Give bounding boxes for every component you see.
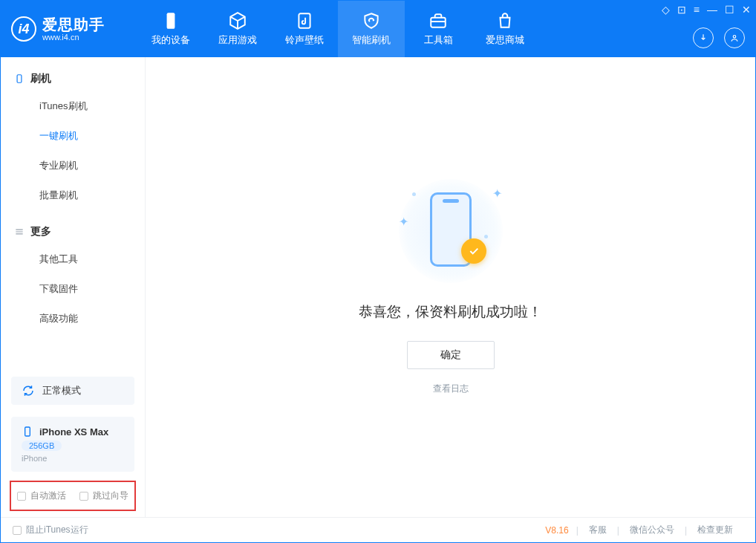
sidebar-item-onekey[interactable]: 一键刷机	[1, 121, 145, 151]
toolbox-icon	[428, 11, 448, 30]
sidebar-item-label: 一键刷机	[39, 130, 78, 141]
ok-button[interactable]: 确定	[407, 341, 495, 369]
success-title: 恭喜您，保资料刷机成功啦！	[359, 302, 542, 322]
sparkle-icon: ✦	[399, 215, 405, 221]
sidebar-item-itunes[interactable]: iTunes刷机	[1, 91, 145, 121]
window-controls: ◇ ⊡ ≡ — ☐ ✕	[662, 4, 751, 16]
checkbox-skip-guide[interactable]: 跳过向导	[79, 490, 128, 502]
sidebar-item-label: 下载固件	[39, 283, 78, 294]
svg-point-3	[733, 36, 736, 39]
sidebar-item-other[interactable]: 其他工具	[1, 244, 145, 274]
app-name: 爱思助手	[42, 16, 105, 33]
maximize-icon[interactable]: ☐	[725, 4, 734, 16]
downloads-button[interactable]	[693, 27, 714, 48]
sidebar-group-title: 刷机	[30, 72, 51, 85]
sidebar-item-firmware[interactable]: 下载固件	[1, 274, 145, 304]
tab-apps[interactable]: 应用游戏	[204, 1, 271, 57]
tab-ringtones[interactable]: 铃声壁纸	[271, 1, 338, 57]
checkbox-block-itunes[interactable]: 阻止iTunes运行	[13, 524, 88, 536]
sync-icon	[22, 384, 35, 397]
tab-store[interactable]: 爱思商城	[472, 1, 538, 57]
app-header: i4 爱思助手 www.i4.cn 我的设备 应用游戏 铃声壁纸 智能刷机 工具…	[1, 1, 755, 57]
user-icon	[729, 33, 740, 43]
svg-rect-4	[17, 75, 22, 83]
options-highlight-box: 自动激活 跳过向导	[10, 481, 136, 511]
tab-flash[interactable]: 智能刷机	[338, 1, 405, 57]
sparkle-icon: ✦	[492, 186, 498, 192]
minimize-icon[interactable]: —	[707, 4, 717, 16]
status-bar: 阻止iTunes运行 V8.16 | 客服 | 微信公众号 | 检查更新	[1, 517, 755, 542]
success-illustration: ✦ ✦	[399, 179, 503, 283]
mode-label: 正常模式	[42, 384, 81, 397]
refresh-shield-icon	[362, 11, 381, 30]
music-file-icon	[295, 11, 314, 30]
app-url: www.i4.cn	[42, 33, 105, 42]
device-type: iPhone	[22, 454, 47, 463]
app-logo: i4 爱思助手 www.i4.cn	[11, 16, 137, 42]
phone-small-icon	[22, 426, 33, 438]
download-icon	[698, 33, 708, 43]
link-label: 微信公众号	[630, 524, 674, 535]
checkbox-label: 跳过向导	[93, 490, 128, 502]
footer-link-support[interactable]: 客服	[579, 524, 617, 536]
sidebar: 刷机 iTunes刷机 一键刷机 专业刷机 批量刷机 更多 其他工具 下载固件 …	[1, 57, 146, 517]
sidebar-item-label: 批量刷机	[39, 189, 78, 201]
sidebar-item-label: 专业刷机	[39, 160, 78, 171]
logo-icon: i4	[11, 16, 36, 42]
view-log-label: 查看日志	[433, 383, 469, 394]
checkbox-auto-activate[interactable]: 自动激活	[17, 490, 66, 502]
svg-rect-1	[299, 13, 310, 28]
list-icon	[14, 227, 25, 237]
tab-label: 铃声壁纸	[285, 33, 324, 47]
tab-label: 我的设备	[151, 33, 190, 47]
close-icon[interactable]: ✕	[742, 4, 751, 16]
main-content: ✦ ✦ 恭喜您，保资料刷机成功啦！ 确定 查看日志	[146, 57, 755, 517]
svg-rect-0	[167, 13, 175, 29]
mode-card[interactable]: 正常模式	[11, 377, 134, 405]
tab-toolbox[interactable]: 工具箱	[405, 1, 472, 57]
sidebar-item-label: iTunes刷机	[39, 100, 88, 111]
version-label: V8.16	[545, 525, 568, 536]
phone-icon	[14, 74, 25, 84]
view-log-link[interactable]: 查看日志	[433, 383, 469, 395]
cube-icon	[228, 11, 247, 30]
sidebar-item-label: 高级功能	[39, 313, 78, 324]
device-icon	[161, 11, 180, 30]
device-card[interactable]: iPhone XS Max 256GB iPhone	[11, 417, 134, 472]
sidebar-item-batch[interactable]: 批量刷机	[1, 181, 145, 210]
checkbox-label: 自动激活	[30, 490, 66, 502]
link-label: 客服	[589, 524, 607, 535]
sidebar-item-advanced[interactable]: 高级功能	[1, 304, 145, 334]
checkbox-box-icon	[17, 492, 26, 501]
sidebar-group-title: 更多	[30, 225, 51, 238]
feedback-icon[interactable]: ⊡	[677, 4, 686, 16]
svg-rect-2	[431, 18, 446, 27]
bag-icon	[495, 11, 515, 30]
tab-label: 应用游戏	[218, 33, 257, 47]
skin-icon[interactable]: ◇	[662, 4, 670, 16]
main-tabs: 我的设备 应用游戏 铃声壁纸 智能刷机 工具箱 爱思商城	[137, 1, 538, 57]
tab-label: 爱思商城	[486, 33, 524, 47]
menu-icon[interactable]: ≡	[694, 4, 700, 16]
sidebar-item-pro[interactable]: 专业刷机	[1, 151, 145, 181]
svg-rect-5	[25, 427, 30, 436]
device-storage: 256GB	[22, 440, 62, 451]
sidebar-group-more: 更多	[1, 219, 145, 244]
tab-mydevice[interactable]: 我的设备	[137, 1, 204, 57]
header-right-icons	[693, 27, 745, 48]
link-label: 检查更新	[697, 524, 733, 535]
sidebar-item-label: 其他工具	[39, 253, 78, 264]
account-button[interactable]	[724, 27, 745, 48]
tab-label: 智能刷机	[352, 33, 391, 47]
checkbox-box-icon	[13, 526, 22, 535]
sidebar-group-flash: 刷机	[1, 66, 145, 91]
checkbox-box-icon	[79, 492, 88, 501]
ok-button-label: 确定	[440, 348, 461, 360]
checkbox-label: 阻止iTunes运行	[26, 524, 88, 536]
tab-label: 工具箱	[424, 33, 453, 47]
device-name: iPhone XS Max	[39, 426, 108, 438]
footer-link-update[interactable]: 检查更新	[687, 524, 743, 536]
footer-links: | 客服 | 微信公众号 | 检查更新	[576, 524, 743, 536]
footer-link-wechat[interactable]: 微信公众号	[619, 524, 685, 536]
success-badge-icon	[461, 238, 486, 264]
